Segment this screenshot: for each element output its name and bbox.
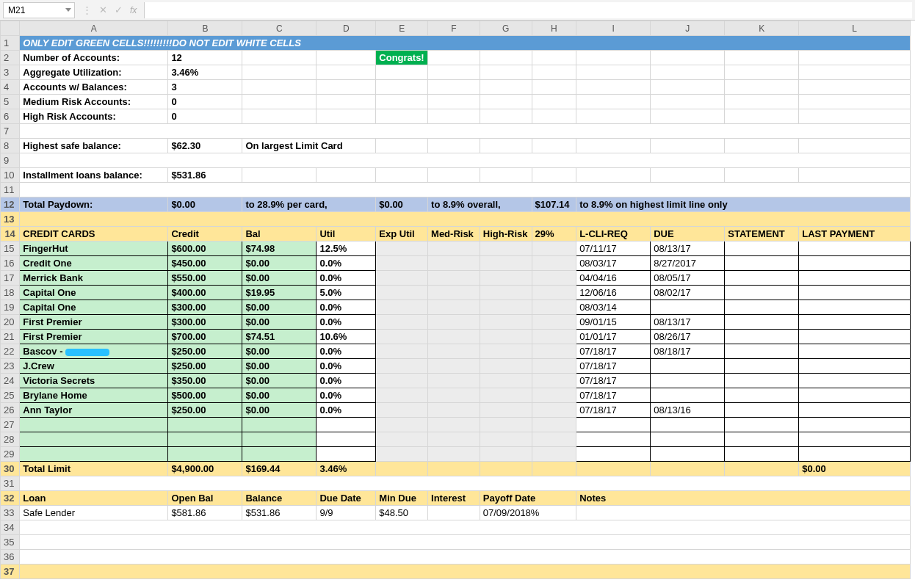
- card-lcli[interactable]: 07/11/17: [576, 242, 651, 256]
- card-util[interactable]: 10.6%: [317, 330, 376, 344]
- card-29[interactable]: [532, 403, 576, 418]
- card-credit[interactable]: $300.00: [168, 315, 242, 330]
- row-33-loan[interactable]: 33 Safe Lender $581.86 $531.86 9/9 $48.5…: [1, 506, 911, 520]
- row-header[interactable]: 14: [1, 227, 20, 242]
- card-lcli[interactable]: 09/01/15: [576, 315, 651, 330]
- col-G[interactable]: G: [480, 21, 532, 36]
- card-medrisk[interactable]: [428, 403, 480, 418]
- card-credit[interactable]: $250.00: [168, 344, 242, 359]
- card-stmt[interactable]: [725, 403, 799, 418]
- row-header[interactable]: 15: [1, 242, 20, 256]
- card-util[interactable]: 5.0%: [317, 286, 376, 300]
- card-medrisk[interactable]: [428, 359, 480, 374]
- card-name[interactable]: First Premier: [20, 315, 168, 330]
- card-lcli[interactable]: 07/18/17: [576, 374, 651, 388]
- row-12-paydown[interactable]: 12 Total Paydown: $0.00 to 28.9% per car…: [1, 197, 911, 212]
- card-credit[interactable]: $350.00: [168, 374, 242, 388]
- card-row[interactable]: 25Brylane Home$500.00$0.000.0%07/18/17: [1, 388, 911, 403]
- row-header[interactable]: 30: [1, 462, 20, 476]
- card-highrisk[interactable]: [480, 330, 532, 344]
- card-row[interactable]: 18Capital One$400.00$19.955.0%12/06/1608…: [1, 286, 911, 300]
- card-due[interactable]: [651, 300, 725, 315]
- card-bal[interactable]: $0.00: [242, 388, 317, 403]
- row-6[interactable]: 6 High Risk Accounts: 0: [1, 109, 911, 124]
- card-due[interactable]: 08/02/17: [651, 286, 725, 300]
- col-C[interactable]: C: [242, 21, 317, 36]
- card-bal[interactable]: $0.00: [242, 374, 317, 388]
- row-header[interactable]: 9: [1, 153, 20, 168]
- loan-bal[interactable]: $531.86: [242, 506, 317, 520]
- card-row[interactable]: 19Capital One$300.00$0.000.0%08/03/14: [1, 300, 911, 315]
- card-util[interactable]: 0.0%: [317, 315, 376, 330]
- card-medrisk[interactable]: [428, 300, 480, 315]
- card-highrisk[interactable]: [480, 242, 532, 256]
- card-name[interactable]: Capital One: [20, 300, 168, 315]
- card-29[interactable]: [532, 330, 576, 344]
- row-header[interactable]: 32: [1, 491, 20, 506]
- card-row[interactable]: 21First Premier$700.00$74.5110.6%01/01/1…: [1, 330, 911, 344]
- card-util[interactable]: 0.0%: [317, 300, 376, 315]
- spreadsheet-grid[interactable]: A B C D E F G H I J K L 1 ONLY EDIT GREE…: [0, 21, 911, 579]
- card-last[interactable]: [799, 286, 911, 300]
- card-credit[interactable]: $500.00: [168, 388, 242, 403]
- card-credit[interactable]: $250.00: [168, 359, 242, 374]
- card-util[interactable]: 0.0%: [317, 403, 376, 418]
- col-I[interactable]: I: [576, 21, 651, 36]
- card-due[interactable]: 8/27/2017: [651, 256, 725, 271]
- card-credit[interactable]: $550.00: [168, 271, 242, 286]
- card-29[interactable]: [532, 300, 576, 315]
- card-medrisk[interactable]: [428, 388, 480, 403]
- col-E[interactable]: E: [376, 21, 428, 36]
- row-3[interactable]: 3 Aggregate Utilization: 3.46%: [1, 65, 911, 80]
- card-lcli[interactable]: 04/04/16: [576, 271, 651, 286]
- card-exputil[interactable]: [376, 286, 428, 300]
- loan-min[interactable]: $48.50: [376, 506, 428, 520]
- row-31[interactable]: 31: [1, 476, 911, 491]
- card-due[interactable]: 08/13/16: [651, 403, 725, 418]
- select-all-corner[interactable]: [1, 21, 20, 36]
- paydown-val3[interactable]: $107.14: [532, 197, 576, 212]
- row-9[interactable]: 9: [1, 153, 911, 168]
- row-header[interactable]: 21: [1, 330, 20, 344]
- row-header[interactable]: 16: [1, 256, 20, 271]
- row-header[interactable]: 6: [1, 109, 20, 124]
- card-credit[interactable]: $600.00: [168, 242, 242, 256]
- card-lcli[interactable]: 08/03/17: [576, 256, 651, 271]
- card-name[interactable]: Victoria Secrets: [20, 374, 168, 388]
- card-name[interactable]: FingerHut: [20, 242, 168, 256]
- card-due[interactable]: [651, 374, 725, 388]
- card-util[interactable]: 12.5%: [317, 242, 376, 256]
- row-header[interactable]: 12: [1, 197, 20, 212]
- card-credit[interactable]: $400.00: [168, 286, 242, 300]
- card-lcli[interactable]: 12/06/16: [576, 286, 651, 300]
- card-last[interactable]: [799, 374, 911, 388]
- card-stmt[interactable]: [725, 256, 799, 271]
- value-num-accounts[interactable]: 12: [168, 51, 242, 65]
- col-F[interactable]: F: [428, 21, 480, 36]
- card-exputil[interactable]: [376, 374, 428, 388]
- row-30-totals[interactable]: 30 Total Limit $4,900.00 $169.44 3.46% $…: [1, 462, 911, 476]
- row-4[interactable]: 4 Accounts w/ Balances: 3: [1, 80, 911, 95]
- card-highrisk[interactable]: [480, 359, 532, 374]
- card-credit[interactable]: $700.00: [168, 330, 242, 344]
- card-due[interactable]: 08/05/17: [651, 271, 725, 286]
- card-29[interactable]: [532, 271, 576, 286]
- card-exputil[interactable]: [376, 271, 428, 286]
- card-row[interactable]: 17Merrick Bank$550.00$0.000.0%04/04/1608…: [1, 271, 911, 286]
- card-29[interactable]: [532, 286, 576, 300]
- value-high-risk[interactable]: 0: [168, 109, 242, 124]
- row-8[interactable]: 8 Highest safe balance: $62.30 On larges…: [1, 139, 911, 153]
- card-last[interactable]: [799, 300, 911, 315]
- loan-open[interactable]: $581.86: [168, 506, 242, 520]
- card-stmt[interactable]: [725, 242, 799, 256]
- card-exputil[interactable]: [376, 359, 428, 374]
- card-credit[interactable]: $450.00: [168, 256, 242, 271]
- row-header[interactable]: 28: [1, 432, 20, 447]
- card-exputil[interactable]: [376, 315, 428, 330]
- card-medrisk[interactable]: [428, 315, 480, 330]
- row-header[interactable]: 23: [1, 359, 20, 374]
- loan-interest[interactable]: [428, 506, 480, 520]
- row-header[interactable]: 26: [1, 403, 20, 418]
- card-last[interactable]: [799, 315, 911, 330]
- card-row[interactable]: 23J.Crew$250.00$0.000.0%07/18/17: [1, 359, 911, 374]
